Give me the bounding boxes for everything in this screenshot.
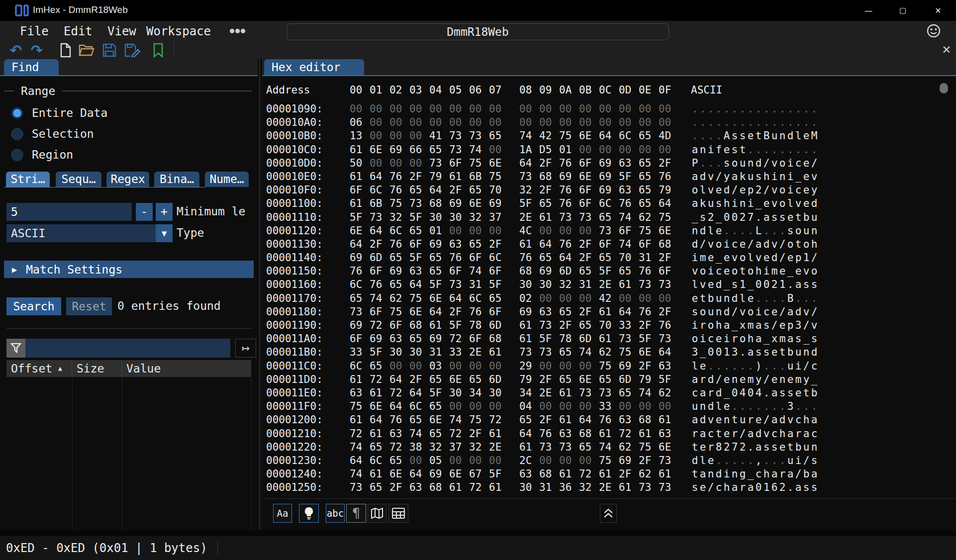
hex-byte[interactable]: 2F [539,413,559,427]
ascii-char[interactable]: . [763,360,770,373]
hex-byte[interactable]: 30 [449,386,469,400]
hex-byte[interactable]: 00 [539,360,559,373]
ascii-char[interactable]: u [794,346,802,359]
ascii-char[interactable]: i [794,454,802,467]
hex-byte[interactable]: 65 [429,265,449,278]
radio-circle-selected[interactable] [11,107,23,119]
ascii-char[interactable]: . [770,400,778,413]
ascii-char[interactable]: s [763,319,770,332]
ascii-char[interactable]: . [802,102,810,116]
hex-byte[interactable]: 74 [579,346,599,359]
ascii-char[interactable]: o [778,197,786,210]
ascii-char[interactable]: i [731,197,739,210]
hex-byte[interactable]: 6F [389,319,409,332]
hex-byte[interactable]: 69 [539,265,559,278]
ascii-char[interactable]: u [802,441,810,454]
hex-byte[interactable]: 76 [639,265,659,278]
ascii-char[interactable]: r [691,427,699,441]
ascii-char[interactable]: . [770,224,778,238]
hex-byte[interactable]: 65 [370,481,389,494]
ascii-char[interactable]: n [691,224,699,238]
ascii-char[interactable]: v [770,184,778,197]
hex-byte[interactable]: 74 [619,238,639,251]
hex-byte[interactable]: 63 [389,427,409,441]
hex-byte[interactable]: 65 [409,332,429,346]
ascii-char[interactable]: a [770,386,778,400]
hex-byte[interactable]: 65 [370,441,389,454]
hex-byte[interactable]: 6F [469,332,489,346]
hex-byte[interactable]: 6E [370,143,389,157]
ascii-char[interactable]: 8 [715,441,723,454]
hex-byte[interactable]: 03 [429,360,449,373]
hex-byte[interactable]: 00 [469,360,489,373]
hex-byte[interactable]: 76 [559,184,579,197]
hex-byte[interactable]: 2F [389,481,409,494]
ascii-char[interactable]: y [723,170,731,184]
ascii-char[interactable]: o [715,238,723,251]
hex-byte[interactable]: 50 [350,157,370,170]
hex-byte[interactable]: 6E [579,170,599,184]
ascii-char[interactable]: . [802,143,810,157]
hex-byte[interactable]: 74 [449,413,469,427]
hex-byte[interactable]: 69 [350,251,370,265]
ascii-char[interactable]: k [739,170,747,184]
ascii-char[interactable]: / [810,305,818,319]
hex-byte[interactable]: 65 [539,197,559,210]
ascii-char[interactable]: . [715,454,723,467]
hex-byte[interactable]: 75 [409,292,429,305]
hex-byte[interactable]: 00 [409,102,429,116]
hex-byte[interactable]: 6F [599,238,619,251]
ascii-char[interactable]: e [802,184,810,197]
ascii-char[interactable]: s [763,346,770,359]
hex-byte[interactable]: 00 [469,102,489,116]
hex-byte[interactable]: 32 [469,211,489,224]
ascii-char[interactable]: . [794,143,802,157]
ascii-char[interactable]: d [707,373,715,386]
hex-byte[interactable]: 62 [619,441,639,454]
ascii-char[interactable]: e [715,413,723,427]
ascii-char[interactable]: t [731,413,739,427]
hex-byte[interactable]: 65 [579,441,599,454]
hex-byte[interactable]: 62 [659,386,678,400]
ascii-char[interactable]: e [786,211,794,224]
ascii-char[interactable]: 1 [723,346,731,359]
hex-byte[interactable]: 6D [619,373,639,386]
hex-byte[interactable]: 65 [559,373,579,386]
ascii-char[interactable]: _ [810,373,818,386]
toolbar-close-icon[interactable]: ✕ [939,42,954,58]
hex-byte[interactable]: 64 [659,346,678,359]
ascii-char[interactable]: l [715,400,723,413]
ascii-char[interactable]: L [755,224,763,238]
ascii-char[interactable]: p [747,184,755,197]
hex-byte[interactable]: 65 [489,292,509,305]
match-settings-header[interactable]: ▶ Match Settings [4,261,254,278]
ascii-char[interactable]: . [763,116,770,129]
ascii-char[interactable]: . [747,441,755,454]
ascii-char[interactable]: . [715,102,723,116]
ascii-char[interactable]: 3 [731,346,739,359]
ascii-char[interactable]: a [786,332,794,346]
ascii-char[interactable]: _ [747,278,755,291]
ascii-char[interactable]: a [691,413,699,427]
hex-byte[interactable]: 6B [370,197,389,210]
ascii-char[interactable]: . [747,400,755,413]
hex-byte[interactable]: 74 [350,441,370,454]
hex-byte[interactable]: 42 [539,129,559,143]
hex-byte[interactable]: 00 [659,143,678,157]
ascii-char[interactable]: . [763,386,770,400]
ascii-char[interactable]: v [755,251,763,265]
ascii-char[interactable]: . [770,360,778,373]
ascii-char[interactable]: d [715,467,723,481]
hex-byte[interactable]: 64 [659,197,678,210]
hex-byte[interactable]: 00 [409,454,429,467]
hex-byte[interactable]: 65 [639,170,659,184]
ascii-char[interactable]: . [731,102,739,116]
hex-byte[interactable]: 00 [579,102,599,116]
ascii-char[interactable]: / [763,184,770,197]
hex-byte[interactable]: 6E [659,441,678,454]
hex-byte[interactable]: 63 [350,386,370,400]
ascii-char[interactable]: . [755,143,763,157]
hex-byte[interactable]: 2F [539,184,559,197]
ascii-char[interactable]: . [747,116,755,129]
hex-byte[interactable]: 6F [350,184,370,197]
